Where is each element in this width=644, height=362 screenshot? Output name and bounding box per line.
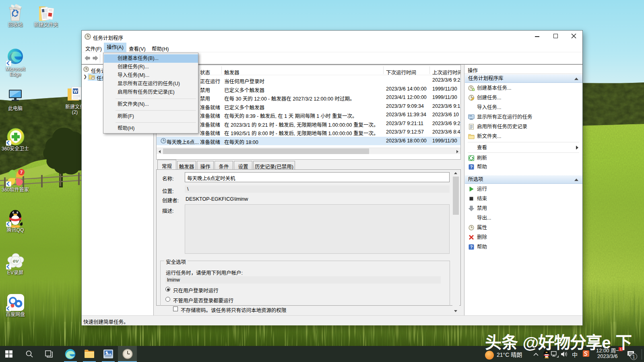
svg-text:ev: ev — [13, 258, 19, 264]
svg-text:7: 7 — [20, 170, 23, 175]
svg-text:?: ? — [470, 245, 473, 249]
svg-text:W: W — [73, 89, 78, 94]
svg-text:?: ? — [470, 165, 473, 169]
